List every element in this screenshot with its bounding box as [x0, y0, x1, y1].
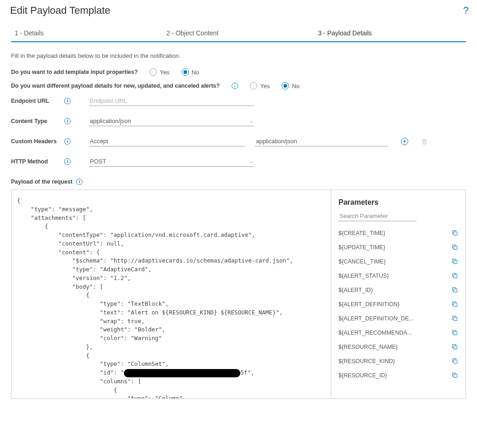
svg-rect-5 [454, 303, 457, 307]
http-method-select[interactable]: POST ⌄ [89, 157, 254, 167]
parameter-name: ${ALERT_DEFINITION} [338, 301, 399, 308]
radio-q2-no[interactable]: No [282, 82, 300, 90]
tab-object-content[interactable]: 2 - Object Content [163, 25, 315, 41]
copy-icon[interactable] [451, 230, 458, 236]
content-type-select[interactable]: application/json ⌄ [89, 116, 254, 126]
radio-icon [282, 82, 289, 90]
radio-label: Yes [260, 83, 270, 90]
svg-rect-2 [454, 260, 457, 264]
parameter-row: ${ALERT_RECOMMENDA... [338, 329, 458, 336]
parameter-row: ${RESOURCE_KIND} [338, 358, 458, 364]
svg-rect-4 [454, 289, 457, 292]
parameter-name: ${ALERT_RECOMMENDA... [338, 330, 412, 336]
copy-icon[interactable] [451, 343, 458, 350]
info-icon[interactable]: i [64, 118, 71, 124]
copy-icon[interactable] [451, 372, 458, 379]
parameter-name: ${CANCEL_TIME} [338, 258, 386, 265]
copy-icon[interactable] [451, 286, 458, 293]
info-icon[interactable]: i [232, 83, 238, 89]
endpoint-url-input[interactable] [89, 96, 254, 106]
copy-icon[interactable] [451, 258, 458, 265]
tab-payload-details[interactable]: 3 - Payload Details [314, 25, 466, 41]
radio-icon [250, 82, 257, 90]
svg-rect-6 [454, 317, 457, 321]
chevron-down-icon: ⌄ [250, 118, 253, 123]
svg-rect-0 [454, 232, 457, 235]
payload-request-label: Payload of the request [11, 179, 72, 185]
info-icon[interactable]: i [64, 98, 71, 104]
parameter-row: ${UPDATE_TIME} [338, 244, 458, 251]
parameters-title: Parameters [338, 198, 458, 207]
parameter-row: ${ALERT_ID} [338, 286, 458, 293]
svg-rect-10 [454, 374, 457, 378]
http-method-value: POST [90, 158, 106, 165]
radio-q1-yes[interactable]: Yes [150, 68, 169, 76]
parameter-name: ${ALERT_DEFINITION_DE... [338, 315, 414, 322]
radio-q1-no[interactable]: No [182, 68, 200, 76]
parameters-panel: Parameters ${CREATE_TIME}${UPDATE_TIME}$… [331, 190, 466, 398]
radio-label: Yes [160, 69, 169, 76]
parameter-name: ${RESOURCE_NAME} [338, 344, 398, 350]
content-type-value: application/json [90, 118, 131, 124]
parameter-name: ${CREATE_TIME} [338, 230, 385, 236]
payload-editor[interactable]: { "type": "message", "attachments": [ { … [11, 190, 331, 398]
parameter-row: ${ALERT_DEFINITION_DE... [338, 315, 458, 322]
parameter-row: ${CREATE_TIME} [338, 230, 458, 236]
trash-icon [421, 138, 427, 145]
radio-q2-yes[interactable]: Yes [250, 82, 270, 90]
parameter-name: ${ALERT_ID} [338, 287, 373, 293]
info-icon[interactable]: i [64, 158, 71, 165]
svg-rect-3 [454, 274, 457, 278]
parameter-row: ${ALERT_STATUS} [338, 272, 458, 279]
parameter-row: ${ALERT_DEFINITION} [338, 301, 458, 308]
radio-label: No [192, 69, 200, 76]
copy-icon[interactable] [451, 315, 458, 322]
custom-headers-label: Custom Headers [11, 138, 56, 145]
question-different-details: Do you want different payload details fo… [11, 83, 220, 89]
parameter-row: ${RESOURCE_ID} [338, 372, 458, 379]
add-header-button[interactable]: + [401, 138, 408, 145]
parameter-name: ${RESOURCE_ID} [338, 372, 387, 379]
page-title: Edit Payload Template [8, 5, 111, 17]
header-key-input[interactable] [89, 136, 245, 146]
wizard-tabs: 1 - Details 2 - Object Content 3 - Paylo… [11, 25, 466, 42]
radio-icon [182, 68, 189, 76]
copy-icon[interactable] [451, 244, 458, 251]
info-icon[interactable]: i [64, 138, 71, 145]
copy-icon[interactable] [451, 301, 458, 308]
svg-rect-1 [454, 246, 457, 250]
svg-rect-7 [454, 331, 457, 335]
copy-icon[interactable] [451, 358, 458, 364]
content-type-label: Content Type [11, 118, 47, 124]
chevron-down-icon: ⌄ [250, 159, 253, 164]
http-method-label: HTTP Method [11, 158, 48, 165]
parameter-row: ${RESOURCE_NAME} [338, 343, 458, 350]
copy-icon[interactable] [451, 329, 458, 336]
tab-details[interactable]: 1 - Details [11, 25, 163, 41]
redacted-text [124, 369, 240, 377]
search-parameter-input[interactable] [338, 211, 416, 221]
radio-label: No [292, 83, 300, 90]
intro-text: Fill in the payload details below to be … [11, 52, 466, 59]
radio-icon [150, 68, 157, 76]
copy-icon[interactable] [451, 272, 458, 279]
svg-rect-8 [454, 346, 457, 349]
help-icon[interactable]: ? [463, 5, 469, 17]
parameter-name: ${RESOURCE_KIND} [338, 358, 395, 364]
parameter-name: ${ALERT_STATUS} [338, 273, 389, 279]
info-icon[interactable]: i [76, 179, 83, 185]
parameter-name: ${UPDATE_TIME} [338, 244, 385, 251]
parameter-row: ${CANCEL_TIME} [338, 258, 458, 265]
question-template-inputs: Do you want to add template input proper… [11, 69, 138, 75]
svg-rect-9 [454, 360, 457, 364]
endpoint-url-label: Endpoint URL [11, 98, 49, 104]
delete-header-button[interactable] [421, 138, 427, 145]
plus-icon: + [401, 138, 408, 145]
header-value-input[interactable] [255, 136, 388, 146]
